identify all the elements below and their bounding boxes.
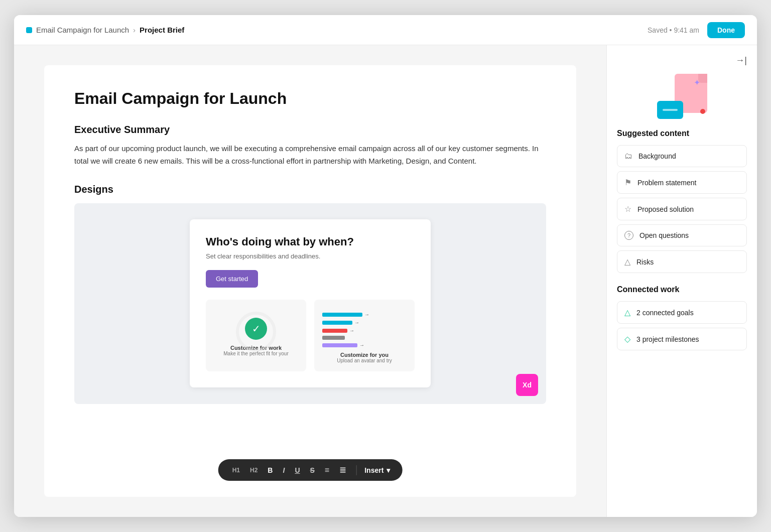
top-bar: Email Campaign for Launch › Project Brie… bbox=[14, 15, 757, 45]
solution-label: Proposed solution bbox=[637, 205, 694, 213]
risks-label: Risks bbox=[636, 258, 654, 266]
problem-icon: ⚑ bbox=[624, 178, 631, 187]
toolbar-strikethrough[interactable]: S bbox=[308, 465, 317, 475]
milestones-icon: ◇ bbox=[624, 334, 630, 344]
arrow-1: → bbox=[364, 312, 369, 317]
illus-blue-card bbox=[657, 101, 683, 119]
customize-work-sub: Make it the perfect fit for your bbox=[214, 351, 298, 356]
questions-label: Open questions bbox=[639, 231, 689, 239]
preview-card-title: Who's doing what by when? bbox=[206, 235, 415, 248]
editor-toolbar: H1 H2 B I U S ≡ ≣ Insert ▾ bbox=[218, 459, 403, 481]
illus-dot-red bbox=[700, 109, 705, 114]
sidebar-illustration: ✦ bbox=[617, 74, 747, 119]
executive-summary-heading: Executive Summary bbox=[74, 124, 546, 136]
suggestion-problem-statement[interactable]: ⚑ Problem statement bbox=[617, 171, 747, 194]
sidebar-collapse-area: →| bbox=[617, 55, 747, 66]
background-label: Background bbox=[638, 152, 676, 160]
questions-icon: ? bbox=[624, 231, 633, 240]
customize-work-card: ✓ Customize for work Make it the perfect… bbox=[206, 300, 306, 371]
arrow-5: → bbox=[359, 342, 364, 348]
goals-icon: △ bbox=[624, 308, 630, 317]
breadcrumb-separator: › bbox=[133, 26, 136, 34]
bar-row-1: → bbox=[322, 312, 407, 317]
connected-milestones[interactable]: ◇ 3 project milestones bbox=[617, 328, 747, 350]
background-icon: 🗂 bbox=[624, 152, 632, 161]
connected-work-title: Connected work bbox=[617, 285, 747, 294]
insert-button[interactable]: Insert ▾ bbox=[364, 466, 390, 474]
app-window: Email Campaign for Launch › Project Brie… bbox=[14, 15, 757, 517]
suggestion-background[interactable]: 🗂 Background bbox=[617, 145, 747, 167]
document-container: Email Campaign for Launch Executive Summ… bbox=[44, 65, 576, 497]
get-started-button[interactable]: Get started bbox=[206, 270, 258, 288]
project-dot-icon bbox=[26, 27, 32, 33]
bar-gray bbox=[322, 336, 345, 340]
preview-card: Who's doing what by when? Set clear resp… bbox=[190, 219, 431, 387]
right-sidebar: →| ✦ Sugges bbox=[606, 45, 757, 517]
breadcrumb: Email Campaign for Launch › Project Brie… bbox=[26, 26, 184, 34]
suggested-content-title: Suggested content bbox=[617, 129, 747, 138]
customize-you-label: Customize for you bbox=[322, 352, 407, 358]
suggestion-risks[interactable]: △ Risks bbox=[617, 250, 747, 273]
done-button[interactable]: Done bbox=[707, 22, 745, 38]
insert-label: Insert bbox=[364, 466, 383, 474]
bar-blue-1 bbox=[322, 313, 362, 317]
toolbar-separator bbox=[356, 465, 356, 475]
milestones-label: 3 project milestones bbox=[636, 335, 699, 343]
goals-label: 2 connected goals bbox=[636, 309, 694, 317]
arrow-2: → bbox=[354, 320, 359, 325]
executive-summary-body: As part of our upcoming product launch, … bbox=[74, 143, 546, 168]
preview-bottom-cards: ✓ Customize for work Make it the perfect… bbox=[206, 300, 415, 371]
connected-goals[interactable]: △ 2 connected goals bbox=[617, 301, 747, 324]
breadcrumb-project[interactable]: Email Campaign for Launch bbox=[36, 26, 129, 34]
bar-chart: → → → bbox=[322, 308, 407, 348]
toolbar-unordered-list[interactable]: ≡ bbox=[323, 465, 331, 476]
saved-status: Saved • 9:41 am bbox=[648, 26, 699, 34]
customize-you-card: → → → bbox=[314, 300, 415, 371]
collapse-icon[interactable]: →| bbox=[735, 55, 747, 66]
bar-blue-2 bbox=[322, 321, 352, 325]
main-layout: Email Campaign for Launch Executive Summ… bbox=[14, 45, 757, 517]
designs-preview: Who's doing what by when? Set clear resp… bbox=[74, 203, 546, 404]
bar-row-4 bbox=[322, 336, 407, 340]
doc-title: Email Campaign for Launch bbox=[74, 89, 546, 108]
suggestion-proposed-solution[interactable]: ☆ Proposed solution bbox=[617, 198, 747, 220]
preview-card-subtitle: Set clear responsibilities and deadlines… bbox=[206, 252, 415, 260]
bar-row-3: → bbox=[322, 328, 407, 333]
illus-blue-inner bbox=[663, 109, 678, 111]
toolbar-ordered-list[interactable]: ≣ bbox=[337, 464, 348, 476]
insert-arrow-icon: ▾ bbox=[387, 466, 390, 474]
bar-red bbox=[322, 329, 347, 333]
content-area: Email Campaign for Launch Executive Summ… bbox=[14, 45, 606, 517]
suggestion-open-questions[interactable]: ? Open questions bbox=[617, 224, 747, 246]
toolbar-italic[interactable]: I bbox=[281, 465, 287, 475]
illus-star-icon: ✦ bbox=[694, 78, 700, 87]
toolbar-h1[interactable]: H1 bbox=[230, 466, 242, 475]
designs-section: Designs Who's doing what by when? Set cl… bbox=[74, 184, 546, 404]
designs-heading: Designs bbox=[74, 184, 546, 195]
breadcrumb-current-page: Project Brief bbox=[140, 26, 184, 34]
toolbar-underline[interactable]: U bbox=[293, 465, 302, 475]
risks-icon: △ bbox=[624, 257, 630, 267]
solution-icon: ☆ bbox=[624, 204, 631, 214]
xd-badge: Xd bbox=[516, 374, 538, 396]
circle-bg bbox=[236, 312, 276, 352]
top-bar-right: Saved • 9:41 am Done bbox=[648, 22, 745, 38]
bar-row-5: → bbox=[322, 342, 407, 348]
bar-purple bbox=[322, 343, 357, 347]
arrow-3: → bbox=[349, 328, 354, 333]
problem-label: Problem statement bbox=[637, 179, 697, 187]
illustration-wrapper: ✦ bbox=[657, 74, 707, 119]
customize-you-sub: Upload an avatar and try bbox=[322, 358, 407, 363]
toolbar-h2[interactable]: H2 bbox=[248, 466, 260, 475]
toolbar-bold[interactable]: B bbox=[266, 465, 275, 475]
bar-row-2: → bbox=[322, 320, 407, 325]
